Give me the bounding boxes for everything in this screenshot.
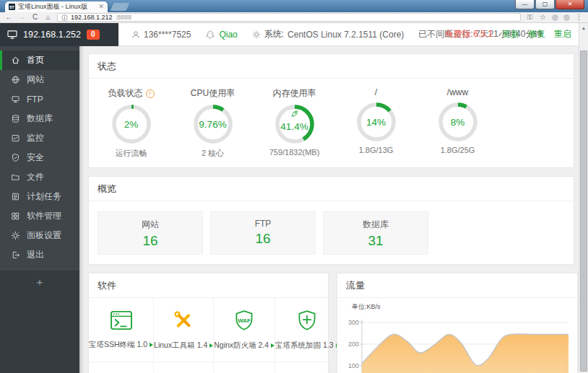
gauge-subtext: 2 核心 [172, 148, 254, 159]
sidebar-item-gear[interactable]: 面板设置 [0, 226, 79, 245]
ftp-icon [11, 95, 20, 104]
overview-box-label: 数据库 [324, 219, 428, 231]
sidebar-item-ftp[interactable]: FTP [0, 89, 79, 109]
sidebar-item-label: 监控 [27, 132, 44, 144]
system-info: 系统: CentOS Linux 7.2.1511 (Core) [252, 28, 405, 40]
browser-tab[interactable]: BT 宝塔Linux面板 - Linux版 ✕ [5, 1, 108, 12]
sidebar-item-label: 安全 [27, 152, 44, 164]
back-icon[interactable]: ← [5, 14, 13, 22]
sidebar-item-home[interactable]: 首页 [0, 51, 79, 70]
server-monitor-icon [7, 30, 17, 39]
play-icon [209, 343, 213, 348]
overview-box-sites[interactable]: 网站 16 [98, 211, 203, 255]
tasks-icon [11, 192, 20, 201]
sidebar-item-shield[interactable]: 安全 [0, 148, 79, 167]
gauge-value: 41.4% [274, 121, 316, 132]
home-icon [11, 56, 20, 65]
panel-header: 192.168.1.252 0 136****7525 Qiao 系统: Cen… [0, 23, 579, 46]
browser-menu-icon[interactable]: ⋮ [575, 14, 583, 22]
svg-text:300: 300 [348, 319, 359, 326]
shield-plus-icon [296, 310, 318, 334]
folder-icon [11, 172, 20, 182]
software-card: 软件 宝塔SSH终端 1.0Linux工具箱 1.4WAFNginx防火墙 2.… [88, 273, 329, 373]
gauge-label: /www [417, 87, 498, 97]
url-bar[interactable]: 192.168.1.212:8888 [57, 13, 521, 22]
svg-text:200: 200 [348, 341, 359, 348]
sidebar-item-label: 退出 [27, 249, 44, 261]
key-icon[interactable]: ⚿ [526, 14, 534, 22]
software-app-cell[interactable] [89, 362, 154, 373]
overview-box-database[interactable]: 数据库 31 [323, 211, 428, 255]
overview-box-ftp[interactable]: FTP 16 [210, 211, 316, 255]
update-link[interactable]: 更新 [502, 28, 519, 40]
scrollbar-thumb[interactable] [580, 51, 587, 372]
browser-toolbar: ← → C ⌂ 192.168.1.212:8888 ⚿ ☆ ⋮ [0, 12, 588, 23]
logout-icon [11, 250, 20, 260]
gauge-CPU使用率: CPU使用率 9.76% 2 核心 [172, 87, 254, 159]
new-tab-button[interactable] [111, 3, 130, 11]
browser-tab-bar: BT 宝塔Linux面板 - Linux版 ✕ — ▢ ✕ [0, 0, 588, 12]
refresh-icon[interactable]: C [31, 14, 39, 22]
software-app-name: Nginx防火墙 2.4 [214, 341, 274, 351]
status-card-title: 状态 [89, 54, 574, 79]
software-app-cell[interactable]: 宝塔SSH终端 1.0 [89, 298, 154, 362]
play-icon [271, 343, 274, 348]
sidebar-nav: 首页 网站 FTP 数据库 监控 安全 文件 计划任务 软件管理 面板设置 [0, 46, 79, 265]
rocket-icon [290, 108, 299, 121]
gear-icon [252, 30, 261, 39]
gauge-value: 9.76% [192, 119, 234, 130]
database-icon [11, 114, 20, 123]
tab-title: 宝塔Linux面板 - Linux版 [18, 2, 95, 12]
traffic-card-title: 流量 [337, 273, 577, 298]
software-app-cell[interactable]: 宝塔系统加固 1.3 [275, 298, 340, 362]
software-app-cell[interactable]: Linux工具箱 1.4 [154, 298, 214, 362]
gauge-label: 负载状态? [90, 87, 172, 100]
traffic-card: 流量 单位:KB/s 300200100 [337, 273, 578, 373]
software-app-cell[interactable] [154, 362, 214, 373]
window-maximize-button[interactable]: ▢ [535, 0, 555, 9]
window-minimize-button[interactable]: — [515, 0, 535, 9]
overview-box-label: FTP [211, 219, 315, 229]
software-app-cell[interactable]: WAFNginx防火墙 2.4 [214, 298, 275, 362]
sidebar-item-folder[interactable]: 文件 [0, 167, 79, 187]
qq-contact[interactable]: Qiao [205, 30, 237, 40]
sidebar-item-tasks[interactable]: 计划任务 [0, 187, 79, 206]
tab-close-icon[interactable]: ✕ [98, 4, 104, 10]
software-app-cell[interactable] [214, 362, 275, 373]
sidebar-item-label: 首页 [27, 54, 44, 66]
software-app-cell[interactable] [275, 362, 340, 373]
forward-icon[interactable]: → [18, 14, 26, 22]
sidebar-item-apps[interactable]: 软件管理 [0, 206, 79, 226]
add-shortcut-button[interactable]: + [37, 276, 43, 287]
overview-box-value: 16 [98, 233, 202, 249]
message-count-badge[interactable]: 0 [87, 30, 100, 40]
sidebar-item-globe[interactable]: 网站 [0, 70, 79, 89]
scrollbar-up-arrow[interactable]: ▲ [579, 23, 588, 33]
gauge-label: CPU使用率 [172, 87, 254, 100]
help-icon[interactable]: ? [146, 89, 155, 98]
repair-link[interactable]: 修复 [528, 28, 545, 40]
traffic-chart: 单位:KB/s 300200100 [337, 298, 577, 373]
home-icon-toolbar[interactable]: ⌂ [44, 14, 52, 22]
extension-icon[interactable] [552, 14, 558, 21]
gear-icon [11, 231, 20, 240]
sidebar-item-database[interactable]: 数据库 [0, 109, 79, 128]
sidebar-item-logout[interactable]: 退出 [0, 245, 79, 265]
gauge-内存使用率: 内存使用率 41.4% 759/1832(MB) [254, 87, 335, 159]
gauge-/www: /www 8% 1.8G/25G [417, 87, 498, 159]
version-label[interactable]: 免费版 6.5.1 [445, 28, 493, 40]
extension-icon[interactable] [563, 14, 570, 21]
sidebar-item-label: 计划任务 [27, 190, 61, 203]
server-selector[interactable]: 192.168.1.252 0 [0, 23, 118, 46]
sidebar-item-label: 软件管理 [27, 210, 61, 222]
window-close-button[interactable]: ✕ [555, 0, 584, 9]
sidebar-lower: + [0, 269, 79, 373]
traffic-unit-label: 单位:KB/s [352, 302, 573, 312]
sidebar: 首页 网站 FTP 数据库 监控 安全 文件 计划任务 软件管理 面板设置 [0, 46, 79, 373]
sidebar-item-monitor[interactable]: 监控 [0, 128, 79, 148]
account-phone[interactable]: 136****7525 [131, 30, 191, 40]
bookmark-star-icon[interactable]: ☆ [539, 14, 547, 22]
software-app-name: Linux工具箱 1.4 [154, 341, 213, 351]
restart-link[interactable]: 重启 [554, 28, 571, 40]
play-icon [150, 343, 153, 347]
